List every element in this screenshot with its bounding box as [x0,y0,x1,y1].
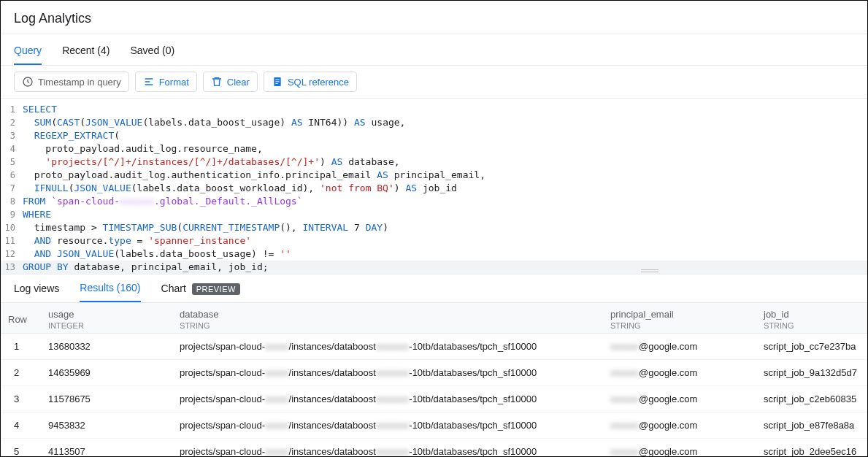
cell-job: script_job_2dee5ec16 [756,439,867,458]
cell-job: script_job_e87fe8a8a [756,412,867,439]
cell-email: xxxxxx@google.com [603,334,756,360]
cell-usage: 13680332 [41,334,172,360]
page-title: Log Analytics [1,1,867,34]
sql-editor[interactable]: 1SELECT 2 SUM(CAST(JSON_VALUE(labels.dat… [1,99,867,274]
format-icon [143,76,155,88]
trash-icon [211,76,223,88]
col-job[interactable]: job_idSTRING [756,303,867,334]
cell-database: projects/span-cloud-xxxxx/instances/data… [172,386,603,412]
cell-usage: 9453832 [41,412,172,439]
results-table: Row usageINTEGER databaseSTRING principa… [1,303,867,457]
cell-email: xxxxxx@google.com [603,439,756,458]
svg-rect-2 [275,80,279,80]
cell-row: 2 [1,360,41,386]
line-number: 11 [1,234,23,247]
tab-log-views[interactable]: Log views [14,283,59,302]
table-row[interactable]: 49453832projects/span-cloud-xxxxx/instan… [1,412,867,439]
line-number: 8 [1,195,23,208]
svg-rect-4 [275,83,277,84]
col-row: Row [1,303,41,334]
tab-saved[interactable]: Saved (0) [130,45,174,65]
cell-email: xxxxxx@google.com [603,386,756,412]
line-number: 6 [1,169,23,182]
results-tabs: Log views Results (160) Chart PREVIEW [1,274,867,303]
tab-results[interactable]: Results (160) [80,282,140,302]
col-email[interactable]: principal_emailSTRING [603,303,756,334]
table-row[interactable]: 214635969projects/span-cloud-xxxxx/insta… [1,360,867,386]
timestamp-label: Timestamp in query [38,77,121,88]
chart-label: Chart [161,283,186,294]
tab-query[interactable]: Query [14,45,42,65]
resize-handle[interactable] [641,269,663,272]
toolbar: Timestamp in query Format Clear SQL refe… [1,66,867,99]
clear-label: Clear [227,77,250,88]
table-row[interactable]: 54113507projects/span-cloud-xxxxx/instan… [1,439,867,458]
cell-database: projects/span-cloud-xxxxx/instances/data… [172,439,603,458]
line-number: 1 [1,103,23,116]
format-button[interactable]: Format [135,72,197,92]
format-label: Format [159,77,189,88]
line-number: 12 [1,247,23,261]
document-icon [272,76,283,88]
table-row[interactable]: 311578675projects/span-cloud-xxxxx/insta… [1,386,867,412]
cell-database: projects/span-cloud-xxxxx/instances/data… [172,412,603,439]
line-number: 2 [1,116,23,129]
clock-icon [22,76,34,88]
cell-email: xxxxxx@google.com [603,360,756,386]
col-usage[interactable]: usageINTEGER [41,303,172,334]
cell-row: 4 [1,412,41,439]
svg-rect-3 [275,81,279,82]
line-number: 9 [1,208,23,221]
cell-database: projects/span-cloud-xxxxx/instances/data… [172,334,603,360]
line-number: 10 [1,221,23,234]
cell-row: 5 [1,439,41,458]
line-number: 13 [1,261,23,274]
cell-usage: 14635969 [41,360,172,386]
line-number: 5 [1,155,23,169]
line-number: 4 [1,142,23,155]
top-nav: Query Recent (4) Saved (0) [1,34,867,66]
col-database[interactable]: databaseSTRING [172,303,603,334]
sql-reference-button[interactable]: SQL reference [264,72,357,92]
cell-row: 1 [1,334,41,360]
line-number: 3 [1,129,23,142]
cell-job: script_job_cc7e237ba [756,334,867,360]
clear-button[interactable]: Clear [203,72,258,92]
cell-email: xxxxxx@google.com [603,412,756,439]
line-number: 7 [1,182,23,195]
cell-usage: 11578675 [41,386,172,412]
cell-job: script_job_c2eb60835 [756,386,867,412]
cell-usage: 4113507 [41,439,172,458]
cell-database: projects/span-cloud-xxxxx/instances/data… [172,360,603,386]
timestamp-button[interactable]: Timestamp in query [14,72,129,92]
tab-recent[interactable]: Recent (4) [62,45,110,65]
preview-badge: PREVIEW [192,283,240,295]
sqlref-label: SQL reference [288,77,349,88]
cell-job: script_job_9a132d5d7 [756,360,867,386]
tab-chart[interactable]: Chart PREVIEW [161,283,240,302]
table-row[interactable]: 113680332projects/span-cloud-xxxxx/insta… [1,334,867,360]
cell-row: 3 [1,386,41,412]
